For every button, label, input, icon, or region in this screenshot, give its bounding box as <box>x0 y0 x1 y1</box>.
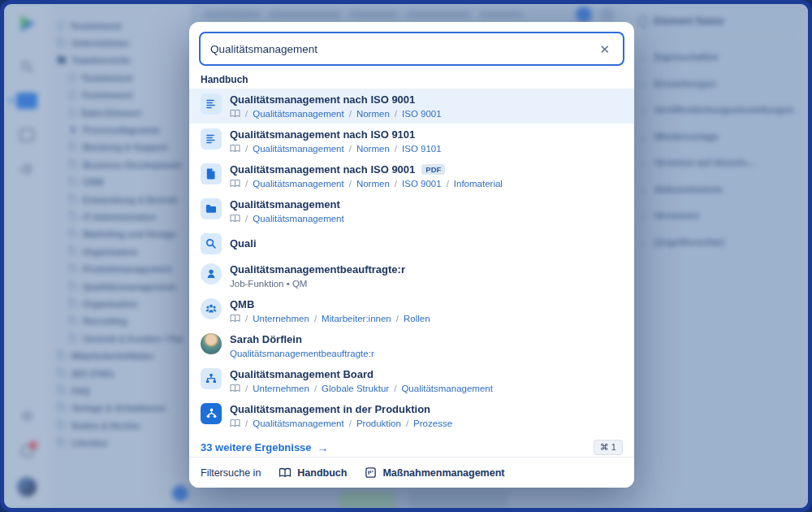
close-icon[interactable]: ✕ <box>596 41 613 57</box>
result-title: Quali <box>230 237 257 250</box>
search-result-row[interactable]: Qualitätsmanagement nach ISO 9001 Qualit… <box>189 89 634 124</box>
search-result-row[interactable]: Sarah Dörflein Qualitätsmanagementbeauft… <box>189 328 634 363</box>
search-result-row[interactable]: Qualitätsmanagement in der Produktion Qu… <box>189 398 634 433</box>
file-icon <box>201 163 222 184</box>
book-icon <box>230 214 240 223</box>
breadcrumb: Qualitätsmanagement Normen ISO 9101 <box>230 143 623 154</box>
book-icon <box>230 144 240 153</box>
search-box: ✕ <box>199 32 624 66</box>
breadcrumb: Unternehmen Mitarbeiter:innen Rollen <box>230 313 623 324</box>
breadcrumb: Qualitätsmanagement Normen ISO 9001 <box>230 108 623 119</box>
filter-handbuch[interactable]: Handbuch <box>279 467 347 479</box>
filter-search-label: Filtersuche in <box>201 467 261 479</box>
book-icon <box>230 314 240 323</box>
more-results-link[interactable]: 33 weitere Ergebnisse <box>201 441 312 453</box>
search-input[interactable] <box>210 43 596 55</box>
filter-search-footer: Filtersuche in Handbuch Maßnahmenmanagem… <box>189 457 634 488</box>
result-title: Qualitätsmanagement Board <box>230 368 374 381</box>
arrow-right-icon: → <box>317 441 329 454</box>
search-results: Handbuch Qualitätsmanagement nach ISO 90… <box>189 66 634 457</box>
result-title: Qualitätsmanagement <box>230 198 340 211</box>
keyboard-shortcut-badge: ⌘ 1 <box>594 440 623 455</box>
breadcrumb: Unternehmen Globale Struktur Qualitätsma… <box>230 383 623 394</box>
result-title: Sarah Dörflein <box>230 333 302 346</box>
breadcrumb: Qualitätsmanagement Normen ISO 9001 Info… <box>230 178 623 189</box>
module-icon <box>365 466 377 479</box>
result-title: Qualitätsmanagement in der Produktion <box>230 403 430 416</box>
book-icon <box>279 467 292 478</box>
pdf-badge: PDF <box>421 164 445 176</box>
book-icon <box>230 179 240 188</box>
search-result-row[interactable]: Quali <box>189 228 634 258</box>
search-icon <box>201 233 222 254</box>
result-title: Qualitätsmanagement nach ISO 9001 <box>230 93 415 106</box>
person-avatar <box>201 333 222 354</box>
search-result-row[interactable]: QMB Unternehmen Mitarbeiter:innen Rollen <box>189 293 634 328</box>
people-group-icon <box>201 298 222 319</box>
filter-massnahmenmanagement[interactable]: Maßnahmenmanagement <box>365 466 504 479</box>
result-title: Qualitätsmanagementbeauftragte:r <box>230 263 405 276</box>
org-chart-icon <box>201 368 222 389</box>
book-icon <box>230 109 240 118</box>
result-subtitle: Qualitätsmanagementbeauftragte:r <box>230 348 623 359</box>
flow-share-icon <box>201 403 222 424</box>
global-search-modal: ✕ Handbuch Qualitätsmanagement nach ISO … <box>189 22 634 488</box>
search-result-row[interactable]: Qualitätsmanagement nach ISO 9001 PDF Qu… <box>189 158 634 193</box>
text-document-icon <box>201 128 222 150</box>
folder-icon <box>201 198 222 219</box>
result-subtitle: Job-Funktion • QM <box>230 278 623 289</box>
search-result-row[interactable]: Qualitätsmanagementbeauftragte:r Job-Fun… <box>189 258 634 293</box>
more-results-row: 33 weitere Ergebnisse → ⌘ 1 <box>189 433 634 457</box>
app-window: ⚙ Testelement Unternehmen Teambereiche T… <box>0 0 812 512</box>
result-title: Qualitätsmanagement nach ISO 9101 <box>230 128 415 141</box>
search-result-row[interactable]: Qualitätsmanagement Board Unternehmen Gl… <box>189 363 634 398</box>
text-document-icon <box>201 93 222 115</box>
search-result-row[interactable]: Qualitätsmanagement nach ISO 9101 Qualit… <box>189 124 634 158</box>
breadcrumb: Qualitätsmanagement <box>230 213 623 224</box>
book-icon <box>230 384 240 393</box>
section-label-handbuch: Handbuch <box>189 66 634 89</box>
person-icon <box>201 263 222 284</box>
book-icon <box>230 419 240 427</box>
result-title: QMB <box>230 298 254 311</box>
breadcrumb: Qualitätsmanagement Produktion Prozesse <box>230 418 623 429</box>
search-result-row[interactable]: Qualitätsmanagement Qualitätsmanagement <box>189 193 634 228</box>
result-title: Qualitätsmanagement nach ISO 9001 <box>230 163 415 176</box>
